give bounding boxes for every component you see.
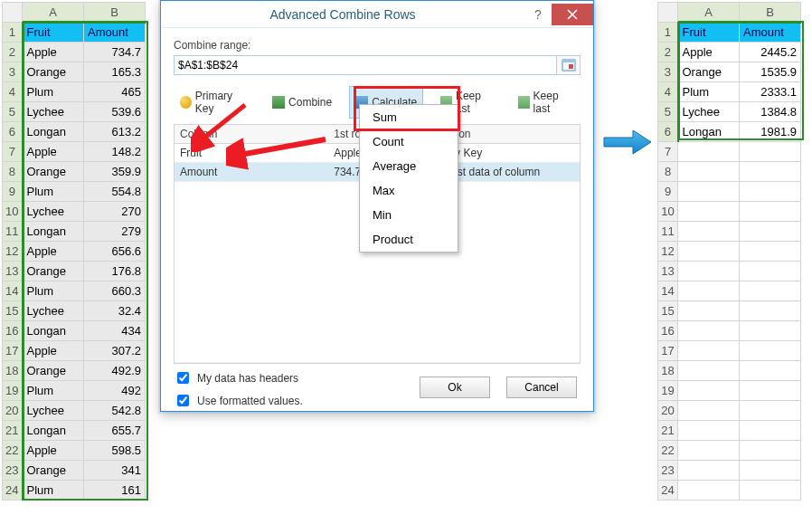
row-header[interactable]: 20 [3, 401, 23, 421]
header-fruit[interactable]: Fruit [23, 23, 84, 43]
row-header[interactable]: 18 [658, 361, 678, 381]
keep-last-button[interactable]: Keep last [512, 86, 581, 119]
cell-fruit[interactable]: Lychee [23, 401, 84, 421]
headers-checkbox[interactable] [177, 372, 189, 384]
col-header-b[interactable]: B [84, 3, 146, 23]
table-row[interactable]: 16Longan434 [3, 321, 146, 341]
row-header[interactable]: 14 [3, 281, 23, 301]
row-header[interactable]: 1 [658, 23, 678, 43]
cell-empty[interactable] [678, 441, 740, 461]
cell-empty[interactable] [678, 162, 740, 182]
cell-empty[interactable] [678, 481, 740, 501]
table-row[interactable]: 2Apple734.7 [3, 43, 146, 62]
cell-amount[interactable]: 492 [84, 381, 146, 401]
cell-amount[interactable]: 734.7 [84, 43, 146, 62]
cell-empty[interactable] [678, 202, 740, 222]
row-header[interactable]: 7 [658, 142, 678, 162]
row-header[interactable]: 4 [658, 82, 678, 102]
table-row[interactable]: 7 [658, 142, 801, 162]
row-header[interactable]: 12 [658, 242, 678, 262]
row-header[interactable]: 20 [658, 401, 678, 421]
cell-empty[interactable] [740, 301, 801, 321]
cell-fruit[interactable]: Apple [23, 441, 84, 461]
cell-amount[interactable]: 1535.9 [740, 62, 801, 82]
cell-empty[interactable] [678, 281, 740, 301]
table-row[interactable]: 13 [658, 262, 801, 281]
cell-fruit[interactable]: Orange [23, 361, 84, 381]
cell-empty[interactable] [678, 142, 740, 162]
cell-amount[interactable]: 161 [84, 481, 146, 501]
row-header[interactable]: 6 [658, 122, 678, 142]
cancel-button[interactable]: Cancel [506, 377, 577, 398]
cell-fruit[interactable]: Lychee [23, 102, 84, 122]
table-row[interactable]: 11Longan279 [3, 222, 146, 242]
table-row[interactable]: 12Apple656.6 [3, 242, 146, 262]
row-header[interactable]: 15 [3, 301, 23, 321]
row-header[interactable]: 24 [3, 481, 23, 501]
cell-empty[interactable] [740, 461, 801, 481]
table-row[interactable]: 9Plum554.8 [3, 182, 146, 202]
table-row[interactable]: 15Lychee32.4 [3, 301, 146, 321]
table-row[interactable]: 3Orange1535.9 [658, 62, 801, 82]
table-row[interactable]: 24Plum161 [3, 481, 146, 501]
opt-product[interactable]: Product [360, 227, 458, 252]
opt-sum[interactable]: Sum [360, 105, 458, 129]
cell-empty[interactable] [740, 162, 801, 182]
cell-empty[interactable] [678, 182, 740, 202]
table-row[interactable]: 23Orange341 [3, 461, 146, 481]
close-icon[interactable] [552, 4, 593, 25]
table-row[interactable]: 23 [658, 461, 801, 481]
cell-amount[interactable]: 1384.8 [740, 102, 801, 122]
table-row[interactable]: 22 [658, 441, 801, 461]
cell-fruit[interactable]: Orange [23, 461, 84, 481]
cell-fruit[interactable]: Orange [23, 162, 84, 182]
table-row[interactable]: 20 [658, 401, 801, 421]
col-header-a[interactable]: A [678, 3, 740, 23]
col-header-b[interactable]: B [740, 3, 801, 23]
cell-empty[interactable] [678, 341, 740, 361]
row-header[interactable]: 16 [3, 321, 23, 341]
table-row[interactable]: 14Plum660.3 [3, 281, 146, 301]
cell-amount[interactable]: 655.7 [84, 421, 146, 441]
table-row[interactable]: 19Plum492 [3, 381, 146, 401]
cell-amount[interactable]: 1981.9 [740, 122, 801, 142]
row-header[interactable]: 4 [3, 82, 23, 102]
table-row[interactable]: 8Orange359.9 [3, 162, 146, 182]
row-header[interactable]: 17 [658, 341, 678, 361]
table-row[interactable]: 21 [658, 421, 801, 441]
table-row[interactable]: 8 [658, 162, 801, 182]
row-header[interactable]: 10 [3, 202, 23, 222]
table-row[interactable]: 17Apple307.2 [3, 341, 146, 361]
row-header[interactable]: 3 [658, 62, 678, 82]
cell-empty[interactable] [740, 242, 801, 262]
cell-amount[interactable]: 465 [84, 82, 146, 102]
cell-empty[interactable] [740, 321, 801, 341]
table-row[interactable]: 10 [658, 202, 801, 222]
cell-amount[interactable]: 307.2 [84, 341, 146, 361]
table-row[interactable]: 24 [658, 481, 801, 501]
cell-empty[interactable] [678, 461, 740, 481]
help-icon[interactable]: ? [524, 4, 552, 25]
cell-empty[interactable] [740, 281, 801, 301]
row-header[interactable]: 23 [658, 461, 678, 481]
cell-fruit[interactable]: Orange [678, 62, 740, 82]
row-header[interactable]: 15 [658, 301, 678, 321]
cell-empty[interactable] [740, 401, 801, 421]
row-header[interactable]: 8 [658, 162, 678, 182]
range-picker-icon[interactable] [557, 55, 581, 75]
row-header[interactable]: 13 [658, 262, 678, 281]
row-header[interactable]: 8 [3, 162, 23, 182]
header-fruit[interactable]: Fruit [678, 23, 740, 43]
cell-amount[interactable]: 656.6 [84, 242, 146, 262]
cell-amount[interactable]: 660.3 [84, 281, 146, 301]
table-row[interactable]: 22Apple598.5 [3, 441, 146, 461]
table-row[interactable]: 11 [658, 222, 801, 242]
cell-empty[interactable] [740, 202, 801, 222]
row-header[interactable]: 9 [3, 182, 23, 202]
cell-fruit[interactable]: Plum [23, 182, 84, 202]
cell-empty[interactable] [678, 301, 740, 321]
calculate-dropdown[interactable]: Sum Count Average Max Min Product [359, 104, 458, 253]
cell-empty[interactable] [740, 421, 801, 441]
cell-fruit[interactable]: Lychee [23, 202, 84, 222]
cell-amount[interactable]: 539.6 [84, 102, 146, 122]
